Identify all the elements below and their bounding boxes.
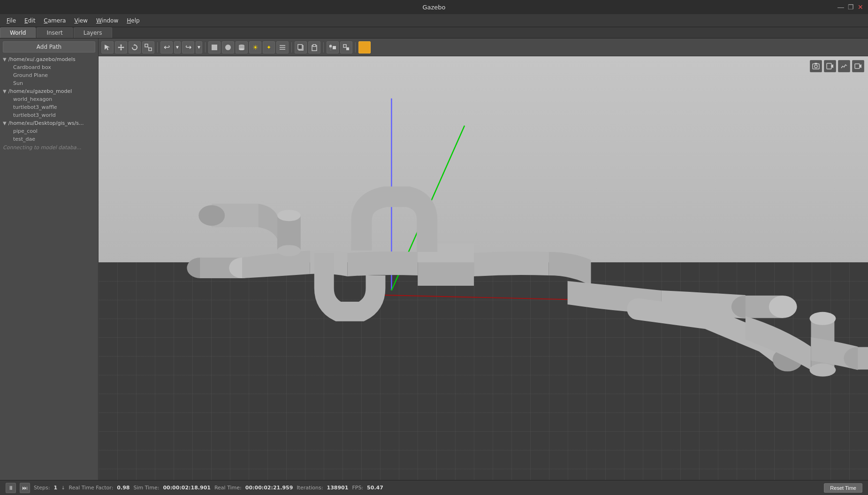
undo-button[interactable]: ↩ bbox=[160, 41, 173, 53]
spot-light-button[interactable]: ✦ bbox=[263, 41, 275, 53]
tabbar: World Insert Layers bbox=[0, 27, 868, 38]
redo-button[interactable]: ↪ bbox=[182, 41, 194, 53]
pipes-group bbox=[187, 197, 868, 376]
paste-button[interactable] bbox=[308, 41, 320, 53]
model-tree: ▼ /home/xu/.gazebo/models Cardboard box … bbox=[0, 55, 98, 152]
svg-point-35 bbox=[277, 210, 301, 221]
tab-layers[interactable]: Layers bbox=[74, 27, 112, 38]
menu-help[interactable]: Help bbox=[123, 16, 143, 25]
record-image-button[interactable] bbox=[824, 60, 836, 72]
svg-rect-9 bbox=[149, 48, 152, 51]
pause-button[interactable]: ⏸ bbox=[6, 483, 16, 493]
steps-label: Steps: bbox=[34, 485, 50, 491]
tree-item-turtlebot3-world[interactable]: turtlebot3_world bbox=[0, 111, 98, 119]
titlebar: Gazebo — ❐ ✕ bbox=[0, 0, 868, 14]
point-light-button[interactable]: ☀ bbox=[249, 41, 261, 53]
app: Gazebo — ❐ ✕ File Edit Camera View Windo… bbox=[0, 0, 868, 495]
tree-folder-gazebo-models[interactable]: ▼ /home/xu/.gazebo/models bbox=[0, 55, 98, 63]
svg-rect-24 bbox=[333, 46, 336, 49]
video-button[interactable] bbox=[852, 60, 864, 72]
align-button[interactable] bbox=[327, 41, 339, 53]
menu-view[interactable]: View bbox=[70, 16, 91, 25]
tree-item-cardboard-box[interactable]: Cardboard box bbox=[0, 63, 98, 71]
iterations-value: 138901 bbox=[327, 485, 348, 491]
tree-folder-desktop-gis[interactable]: ▼ /home/xu/Desktop/gis_ws/s... bbox=[0, 119, 98, 127]
titlebar-controls: — ❐ ✕ bbox=[838, 3, 863, 11]
tab-world[interactable]: World bbox=[0, 27, 36, 38]
svg-point-42 bbox=[810, 312, 836, 325]
connecting-note: Connecting to model databa... bbox=[0, 143, 98, 152]
svg-rect-11 bbox=[212, 45, 217, 50]
maximize-button[interactable]: ❐ bbox=[848, 3, 854, 11]
svg-marker-4 bbox=[120, 49, 122, 51]
tree-item-ground-plane[interactable]: Ground Plane bbox=[0, 71, 98, 79]
fps-label: FPS: bbox=[352, 485, 363, 491]
copy-button[interactable] bbox=[295, 41, 307, 53]
tree-item-test-dae[interactable]: test_dae bbox=[0, 135, 98, 143]
svg-point-48 bbox=[815, 65, 817, 68]
tab-insert[interactable]: Insert bbox=[37, 27, 72, 38]
svg-rect-20 bbox=[298, 45, 302, 49]
fps-value: 50.47 bbox=[367, 485, 383, 491]
box-button[interactable] bbox=[208, 41, 221, 53]
svg-rect-8 bbox=[145, 44, 148, 47]
tree-item-pipe-cool[interactable]: pipe_cool bbox=[0, 127, 98, 135]
menubar: File Edit Camera View Window Help bbox=[0, 14, 868, 27]
simtime-value: 00:00:02:18.901 bbox=[163, 485, 211, 491]
svg-point-15 bbox=[239, 48, 244, 50]
redo-dropdown-button[interactable]: ▼ bbox=[196, 41, 202, 53]
svg-point-40 bbox=[769, 296, 797, 318]
cylinder-button[interactable] bbox=[236, 41, 248, 53]
tree-folder-gazebo-model[interactable]: ▼ /home/xu/gazebo_model bbox=[0, 87, 98, 95]
svg-rect-22 bbox=[313, 45, 316, 46]
reset-time-button[interactable]: Reset Time bbox=[824, 483, 862, 493]
right-panel: ↩ ▼ ↪ ▼ ☀ bbox=[99, 38, 868, 495]
expand-arrow-2: ▼ bbox=[3, 89, 7, 94]
svg-marker-5 bbox=[118, 46, 119, 48]
folder-label-1: /home/xu/.gazebo/models bbox=[8, 56, 76, 62]
svg-rect-26 bbox=[343, 45, 346, 47]
expand-arrow-1: ▼ bbox=[3, 57, 7, 62]
toolbar-sep-2 bbox=[205, 42, 206, 53]
simtime-label: Sim Time: bbox=[133, 485, 159, 491]
snap-button[interactable] bbox=[340, 41, 352, 53]
plot-button[interactable] bbox=[838, 60, 850, 72]
select-tool-button[interactable] bbox=[101, 41, 114, 53]
step-button[interactable]: ⏭ bbox=[20, 483, 30, 493]
toolbar-sep-4 bbox=[323, 42, 324, 53]
dir-light-button[interactable] bbox=[276, 41, 289, 53]
menu-edit[interactable]: Edit bbox=[21, 16, 39, 25]
realtime-label: Real Time: bbox=[214, 485, 242, 491]
close-button[interactable]: ✕ bbox=[858, 3, 863, 11]
svg-marker-3 bbox=[120, 44, 122, 46]
add-path-button[interactable]: Add Path bbox=[3, 41, 95, 53]
active-model-button[interactable] bbox=[358, 41, 371, 53]
expand-arrow-3: ▼ bbox=[3, 121, 7, 126]
svg-point-36 bbox=[277, 245, 301, 256]
folder-label-2: /home/xu/gazebo_model bbox=[8, 88, 72, 94]
camera-controls bbox=[810, 60, 864, 72]
menu-camera[interactable]: Camera bbox=[40, 16, 69, 25]
screenshot-button[interactable] bbox=[810, 60, 822, 72]
scale-tool-button[interactable] bbox=[142, 41, 154, 53]
window-title: Gazebo bbox=[422, 4, 445, 11]
viewport[interactable] bbox=[99, 56, 868, 495]
step-arrow: ↓ bbox=[61, 485, 65, 490]
minimize-button[interactable]: — bbox=[838, 3, 844, 11]
content-area: Add Path ▼ /home/xu/.gazebo/models Cardb… bbox=[0, 38, 868, 495]
undo-dropdown-button[interactable]: ▼ bbox=[174, 41, 181, 53]
tree-item-sun[interactable]: Sun bbox=[0, 79, 98, 87]
menu-file[interactable]: File bbox=[3, 16, 20, 25]
translate-tool-button[interactable] bbox=[115, 41, 127, 53]
left-panel: Add Path ▼ /home/xu/.gazebo/models Cardb… bbox=[0, 38, 99, 495]
realtime-factor-label: Real Time Factor: bbox=[69, 485, 114, 491]
realtime-value: 00:00:02:21.959 bbox=[245, 485, 293, 491]
tree-item-turtlebot3-waffle[interactable]: turtlebot3_waffle bbox=[0, 103, 98, 111]
tree-item-world-hexagon[interactable]: world_hexagon bbox=[0, 95, 98, 103]
rotate-tool-button[interactable] bbox=[129, 41, 141, 53]
svg-rect-27 bbox=[346, 47, 349, 50]
sphere-button[interactable] bbox=[222, 41, 234, 53]
toolbar-sep-1 bbox=[157, 42, 158, 53]
svg-marker-0 bbox=[105, 45, 110, 50]
menu-window[interactable]: Window bbox=[92, 16, 122, 25]
